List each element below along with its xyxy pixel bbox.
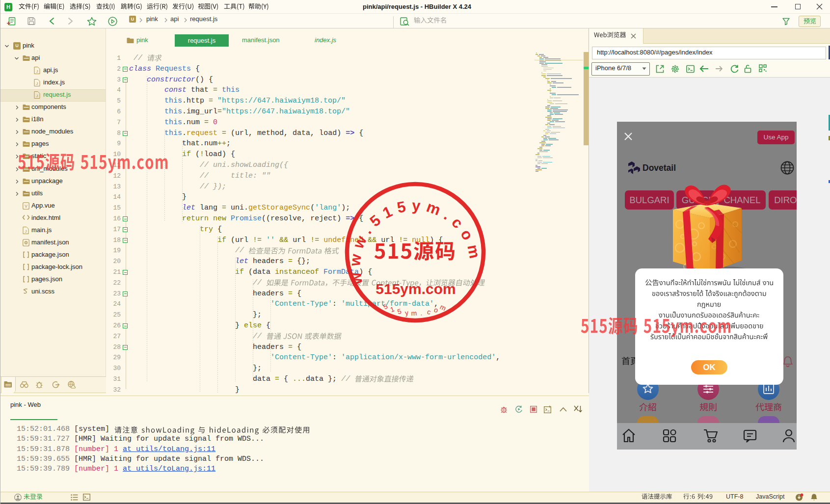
svg-text:1: 1 <box>389 305 396 314</box>
svg-text:J: J <box>25 229 27 233</box>
svg-text:J: J <box>36 94 38 98</box>
svg-text:m: m <box>439 303 447 312</box>
svg-text:V: V <box>25 204 27 209</box>
svg-text:5: 5 <box>382 302 389 311</box>
svg-text:5: 5 <box>397 307 402 316</box>
svg-text:m: m <box>411 309 417 317</box>
svg-text:o: o <box>433 306 439 315</box>
svg-text:y: y <box>404 309 409 317</box>
svg-text:.: . <box>420 309 423 317</box>
svg-text:J: J <box>36 69 38 73</box>
svg-text:515ym.com: 515ym.com <box>375 281 455 297</box>
svg-text:J: J <box>36 81 38 86</box>
svg-text:www.515ym.com: www.515ym.com <box>346 197 484 287</box>
svg-text:c: c <box>427 308 431 316</box>
